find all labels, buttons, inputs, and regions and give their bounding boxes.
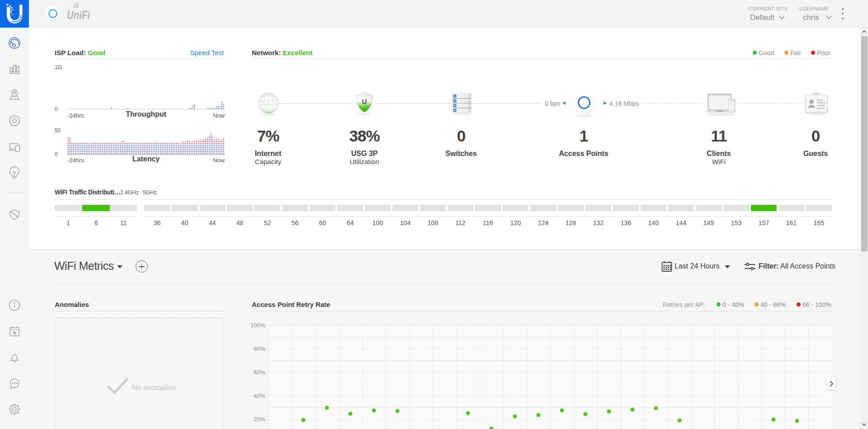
svg-text:U: U [362,98,367,105]
